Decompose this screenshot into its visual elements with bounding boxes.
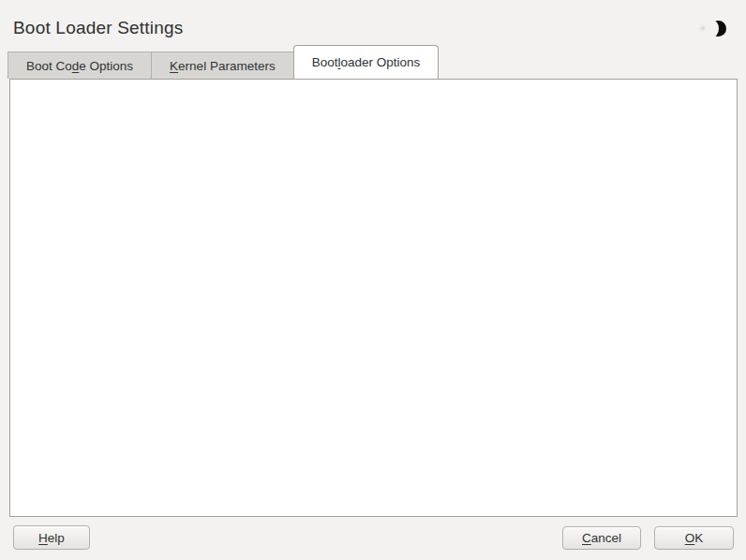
ok-button[interactable]: OK [654, 526, 734, 550]
tab-bootloader-options[interactable]: Bootloader Options [293, 45, 440, 79]
cancel-button[interactable]: Cancel [562, 526, 641, 550]
tab-kernel-parameters[interactable]: Kernel Parameters [151, 52, 294, 79]
tab-boot-code-options[interactable]: Boot Code Options [7, 52, 152, 79]
tab-content-panel [9, 79, 738, 517]
help-button[interactable]: Help [13, 525, 90, 550]
tab-bar: Boot Code Options Kernel Parameters Boot… [7, 45, 438, 79]
crescent-moon-icon: ☀ [697, 17, 735, 41]
page-title: Boot Loader Settings [13, 16, 183, 40]
moon-crescent-shape [710, 21, 726, 37]
